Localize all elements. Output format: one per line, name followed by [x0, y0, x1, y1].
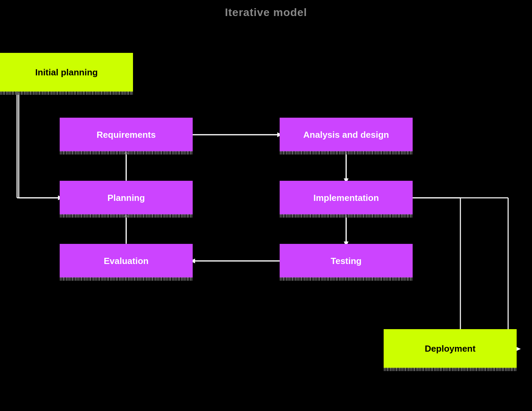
- evaluation-box: Evaluation: [60, 244, 193, 278]
- requirements-label: Requirements: [97, 130, 156, 140]
- diagram: Initial planning Requirements Analysis a…: [0, 22, 532, 411]
- page-title: Iterative model: [0, 0, 532, 19]
- testing-label: Testing: [331, 256, 362, 266]
- requirements-box: Requirements: [60, 118, 193, 152]
- initial-planning-box: Initial planning: [0, 53, 133, 92]
- testing-box: Testing: [280, 244, 413, 278]
- deployment-label: Deployment: [425, 343, 476, 354]
- evaluation-label: Evaluation: [104, 256, 148, 266]
- initial-planning-label: Initial planning: [35, 67, 98, 78]
- analysis-design-label: Analysis and design: [303, 130, 389, 140]
- deployment-box: Deployment: [384, 329, 517, 368]
- planning-label: Planning: [107, 193, 145, 203]
- planning-box: Planning: [60, 181, 193, 215]
- analysis-design-box: Analysis and design: [280, 118, 413, 152]
- implementation-box: Implementation: [280, 181, 413, 215]
- implementation-label: Implementation: [313, 193, 379, 203]
